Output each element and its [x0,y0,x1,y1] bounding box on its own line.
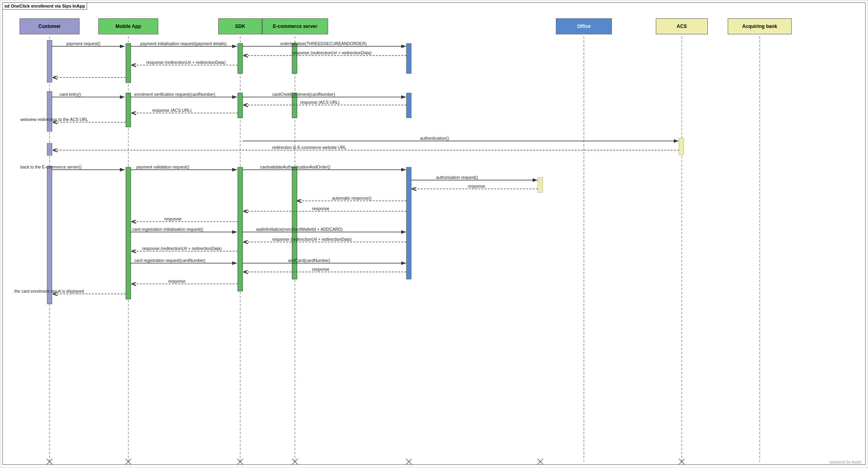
sd-label: sd OneClick enrollment via Sips InApp [3,3,87,10]
lifeline-ecommerce: E-commerce server [262,18,328,34]
lifeline-mobile-app: Mobile App [98,18,158,34]
powered-by-label: powered by Astah [830,460,862,464]
lifeline-acs: ACS [656,18,708,34]
lifeline-acquiring: Acquiring bank [728,18,792,34]
diagram-container: sd OneClick enrollment via Sips InApp [0,0,868,468]
lifeline-sdk: SDK [218,18,262,34]
lifeline-office: Office [556,18,612,34]
lifeline-customer: Customer [20,18,80,34]
sd-frame: sd OneClick enrollment via Sips InApp [2,2,866,465]
